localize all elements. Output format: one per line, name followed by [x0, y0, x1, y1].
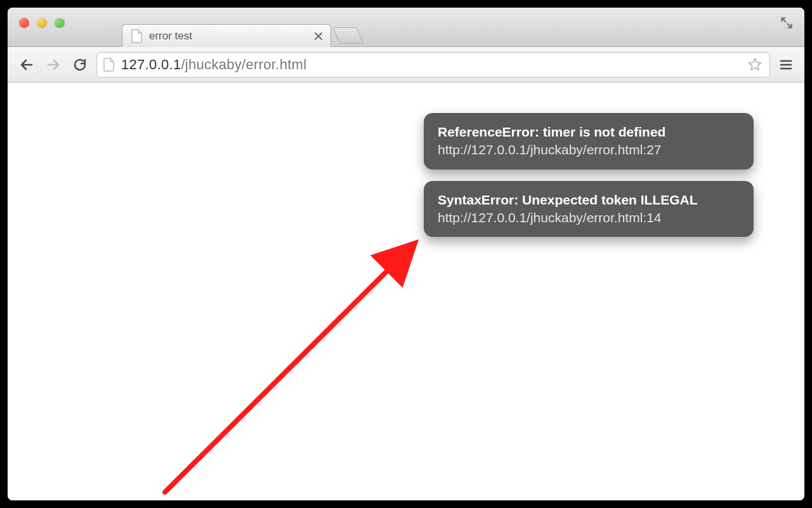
hamburger-menu-icon[interactable] [776, 55, 796, 74]
error-toast-title: SyntaxError: Unexpected token ILLEGAL [438, 191, 740, 209]
bookmark-star-icon[interactable] [747, 57, 763, 73]
tab-title: error test [149, 30, 192, 43]
close-window-button[interactable] [19, 18, 29, 28]
window-controls [19, 18, 65, 28]
zoom-window-button[interactable] [55, 18, 65, 28]
page-icon [131, 29, 143, 43]
error-toast: SyntaxError: Unexpected token ILLEGAL ht… [424, 181, 754, 237]
back-button[interactable] [16, 55, 37, 75]
forward-button[interactable] [43, 55, 63, 75]
svg-line-0 [165, 246, 412, 492]
fullscreen-icon[interactable] [780, 17, 793, 29]
new-tab-button[interactable] [333, 27, 364, 44]
error-toast-detail: http://127.0.0.1/jhuckaby/error.html:14 [438, 209, 740, 227]
url-host: 127.0.0.1 [121, 57, 181, 72]
reload-button[interactable] [70, 55, 90, 75]
titlebar: error test [8, 8, 804, 47]
error-toast-detail: http://127.0.0.1/jhuckaby/error.html:27 [438, 141, 740, 159]
toolbar: 127.0.0.1/jhuckaby/error.html [8, 47, 804, 83]
error-toast: ReferenceError: timer is not defined htt… [424, 113, 754, 170]
annotation-arrow-icon [159, 238, 425, 498]
tab-close-icon[interactable] [313, 30, 324, 42]
browser-window: error test [8, 8, 804, 500]
page-viewport: ReferenceError: timer is not defined htt… [8, 83, 804, 500]
error-toast-title: ReferenceError: timer is not defined [438, 123, 740, 141]
url-text: 127.0.0.1/jhuckaby/error.html [121, 57, 740, 73]
address-bar[interactable]: 127.0.0.1/jhuckaby/error.html [96, 52, 770, 77]
url-path: /jhuckaby/error.html [181, 57, 306, 72]
error-toast-stack: ReferenceError: timer is not defined htt… [424, 113, 754, 237]
page-icon [103, 58, 115, 72]
minimize-window-button[interactable] [37, 18, 47, 28]
browser-tab[interactable]: error test [122, 24, 331, 47]
